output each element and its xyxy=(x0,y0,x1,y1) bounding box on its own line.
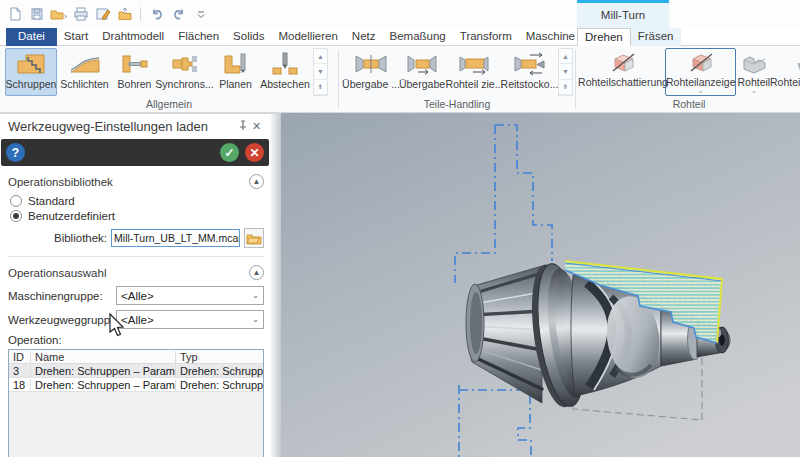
group-separator xyxy=(575,50,576,108)
title-strip: Mill-Turn xyxy=(0,0,800,28)
tab-drehen[interactable]: Drehen xyxy=(577,28,631,46)
drill-icon xyxy=(118,51,152,77)
schlichten-button[interactable]: Schlichten xyxy=(57,48,112,96)
rohteil-ziehen-button[interactable]: Rohteil zie... xyxy=(446,48,503,96)
section-title: Operationsbibliothek xyxy=(8,176,249,188)
abstechen-button[interactable]: Abstechen xyxy=(259,48,311,96)
cancel-button[interactable]: ✕ xyxy=(245,143,264,162)
customize-quick-access-button[interactable] xyxy=(192,5,209,22)
open-icon xyxy=(50,7,67,21)
machine-group-label: Maschinengruppe: xyxy=(8,290,116,302)
toolpath-group-label: Werkzeugweggruppe: xyxy=(8,314,116,326)
print-icon xyxy=(74,7,88,21)
chevron-down-icon xyxy=(196,8,206,20)
tab-modellieren[interactable]: Modellieren xyxy=(271,28,344,46)
uebergabe-button[interactable]: Übergabe xyxy=(398,48,446,96)
open-button[interactable] xyxy=(50,5,67,22)
tab-start[interactable]: Start xyxy=(57,28,95,46)
radio-standard[interactable] xyxy=(10,195,22,207)
ribbon-group-teile-handling: Übergabe ... Übergabe Rohteil zie... Rei… xyxy=(341,46,573,112)
table-row[interactable]: 18 Drehen: Schruppen – Parameter Drehen:… xyxy=(9,378,263,392)
redo-button[interactable] xyxy=(170,5,187,22)
section-title: Operationsauswahl xyxy=(8,267,249,279)
toolpath-group-select[interactable]: <Alle> ⌄ xyxy=(116,310,264,329)
group-scroll-arrows[interactable]: ▲▼⇟ xyxy=(558,48,573,96)
bohren-button[interactable]: Bohren xyxy=(112,48,157,96)
rohteilanzeige-button[interactable]: Rohteilanzeige ⌄ xyxy=(665,48,736,96)
dropdown-chevron-icon: ⌄ xyxy=(751,88,757,93)
ok-button[interactable]: ✓ xyxy=(220,143,239,162)
group-scroll-arrows[interactable]: ▲▼⇟ xyxy=(313,48,328,96)
save-as-button[interactable] xyxy=(94,5,111,22)
panel-splitter[interactable] xyxy=(270,113,281,457)
tab-solids[interactable]: Solids xyxy=(226,28,271,46)
uebergabe-gegenspindel-button[interactable]: Übergabe ... xyxy=(344,48,398,96)
folder-open-icon xyxy=(246,232,262,245)
stock-shading-icon xyxy=(608,51,638,75)
contextual-group-label: Mill-Turn xyxy=(577,3,669,21)
tab-transform[interactable]: Transform xyxy=(453,28,519,46)
radio-benutzerdefiniert-row[interactable]: Benutzerdefiniert xyxy=(10,210,264,222)
machine-group-select[interactable]: <Alle> ⌄ xyxy=(116,286,264,305)
collapse-section-button[interactable]: ▲ xyxy=(249,174,264,189)
transfer-icon xyxy=(402,51,442,77)
tab-maschine[interactable]: Maschine xyxy=(519,28,577,46)
redo-icon xyxy=(172,7,186,21)
table-row[interactable]: 3 Drehen: Schruppen – Parameter Drehen: … xyxy=(9,364,263,378)
ribbon-group-rohteil: Rohteilschattierung Rohteilanzeige ⌄ Roh… xyxy=(578,46,800,112)
radio-standard-row[interactable]: Standard xyxy=(10,195,264,207)
table-header-row: ID Name Typ xyxy=(9,350,263,364)
dropdown-chevron-icon: ⌄ xyxy=(698,88,704,93)
tab-netz[interactable]: Netz xyxy=(345,28,383,46)
tab-fraesen[interactable]: Fräsen xyxy=(631,28,681,46)
reitstock-button[interactable]: Reitstocko... xyxy=(503,48,556,96)
radio-standard-label: Standard xyxy=(28,195,75,207)
bar-feed-icon xyxy=(791,51,800,75)
radio-benutzerdefiniert[interactable] xyxy=(10,210,22,222)
stock-icon xyxy=(739,51,769,75)
schruppen-button[interactable]: Schruppen xyxy=(5,48,57,96)
planen-button[interactable]: Planen xyxy=(212,48,259,96)
toolbar-separator xyxy=(140,7,141,21)
group-label-allgemein: Allgemein xyxy=(2,96,336,110)
print-button[interactable] xyxy=(72,5,89,22)
library-row: Bibliothek: Mill-Turn_UB_LT_MM.mcam-oper… xyxy=(54,228,264,248)
rohteilschattierung-button[interactable]: Rohteilschattierung xyxy=(581,48,665,96)
ribbon-tab-bar: Datei Start Drahtmodell Flächen Solids M… xyxy=(0,28,800,46)
close-icon[interactable]: ✕ xyxy=(249,120,264,133)
synchronize-icon xyxy=(168,51,202,77)
library-label: Bibliothek: xyxy=(54,232,107,244)
tab-flaechen[interactable]: Flächen xyxy=(171,28,226,46)
ribbon: Schruppen Schlichten Bohren Synchrons...… xyxy=(0,46,800,113)
tab-bemassung[interactable]: Bemaßung xyxy=(383,28,453,46)
undo-button[interactable] xyxy=(148,5,165,22)
cutoff-icon xyxy=(268,51,302,77)
new-file-button[interactable] xyxy=(6,5,23,22)
help-button[interactable]: ? xyxy=(6,143,25,162)
part-transfer-icon xyxy=(351,51,391,77)
toolpath-group-row: Werkzeugweggruppe: <Alle> ⌄ xyxy=(8,310,264,329)
collapse-section-button[interactable]: ▲ xyxy=(249,265,264,280)
section-operationsbibliothek: Operationsbibliothek ▲ xyxy=(8,174,264,189)
pin-icon[interactable] xyxy=(234,120,249,133)
quick-access-toolbar xyxy=(6,5,209,22)
section-operationsauswahl: Operationsauswahl ▲ xyxy=(8,265,264,280)
rohteilvorschub-button[interactable]: Rohteilvorsch... xyxy=(771,48,800,96)
tab-datei[interactable]: Datei xyxy=(6,28,57,46)
browse-library-button[interactable] xyxy=(244,228,264,248)
machine-group-row: Maschinengruppe: <Alle> ⌄ xyxy=(8,286,264,305)
tab-drahtmodell[interactable]: Drahtmodell xyxy=(95,28,171,46)
save-button[interactable] xyxy=(28,5,45,22)
library-input[interactable]: Mill-Turn_UB_LT_MM.mcam-operation xyxy=(111,229,239,247)
radio-benutzerdefiniert-label: Benutzerdefiniert xyxy=(28,210,115,222)
chevron-down-icon: ⌄ xyxy=(252,315,263,324)
finishing-icon xyxy=(68,51,102,77)
operation-table[interactable]: ID Name Typ 3 Drehen: Schruppen – Parame… xyxy=(8,349,264,457)
synchronisieren-button[interactable]: Synchrons... xyxy=(157,48,212,96)
chevron-down-icon: ⌄ xyxy=(252,291,263,300)
import-button[interactable] xyxy=(116,5,133,22)
viewport-3d[interactable] xyxy=(281,113,800,457)
undo-icon xyxy=(150,7,164,21)
rohteil-button[interactable]: Rohteil ⌄ xyxy=(736,48,771,96)
import-icon xyxy=(118,7,132,21)
